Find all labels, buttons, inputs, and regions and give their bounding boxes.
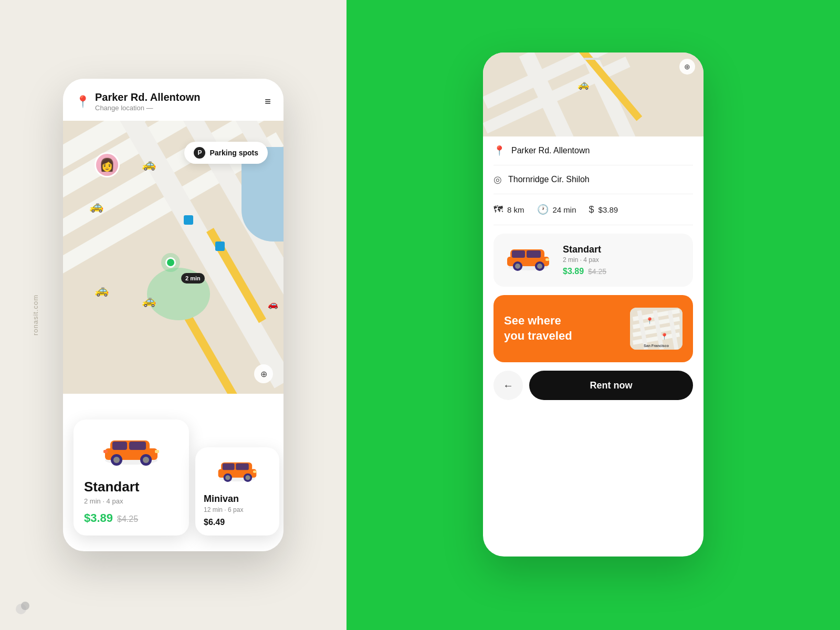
- from-location-text: Parker Rd. Allentown: [511, 146, 590, 155]
- travel-banner-text-block: See where you traveled: [504, 313, 572, 343]
- map-car-4: 🚕: [142, 294, 156, 308]
- right-panel: 🚕 ⊕ 📍 Parker Rd. Allentown ◎ Thornridge …: [346, 0, 840, 630]
- phone-left-header: 📍 Parker Rd. Allentown Change location —…: [63, 79, 284, 118]
- svg-point-10: [143, 457, 149, 463]
- price-value: $3.89: [598, 205, 618, 214]
- svg-point-31: [537, 264, 542, 269]
- watermark: ronasit.com: [32, 295, 39, 335]
- location-subtitle: Change location —: [95, 104, 200, 112]
- back-button[interactable]: ←: [494, 371, 523, 400]
- svg-rect-16: [223, 464, 235, 470]
- time-badge: 2 min: [181, 273, 205, 284]
- svg-rect-26: [512, 250, 525, 258]
- svg-point-29: [515, 264, 520, 269]
- travel-text-line2: you traveled: [504, 329, 572, 344]
- car-option-info: Standart 2 min · 4 pax $3.89 $4.25: [563, 244, 685, 276]
- time-stat: 🕐 24 min: [537, 204, 576, 215]
- location-pin-icon: 📍: [76, 95, 90, 109]
- location-title: Parker Rd. Allentown: [95, 91, 200, 103]
- car-option-card[interactable]: Standart 2 min · 4 pax $3.89 $4.25: [494, 234, 693, 287]
- map-icon: 🗺: [494, 204, 503, 215]
- car-option-meta: 2 min · 4 pax: [563, 256, 685, 264]
- phone-right-map: 🚕 ⊕: [483, 52, 704, 136]
- from-location-row: 📍 Parker Rd. Allentown: [494, 136, 693, 165]
- svg-rect-32: [545, 258, 549, 261]
- svg-point-19: [225, 475, 230, 480]
- parking-label: Parking spots: [209, 149, 258, 157]
- svg-rect-22: [253, 470, 256, 473]
- header-left: 📍 Parker Rd. Allentown Change location —: [76, 91, 200, 112]
- menu-icon[interactable]: ≡: [265, 96, 271, 108]
- map-marker-1: [184, 215, 193, 225]
- header-location-block: Parker Rd. Allentown Change location —: [95, 91, 200, 112]
- svg-rect-12: [103, 450, 108, 453]
- sf-marker-1: 📍: [646, 317, 654, 324]
- opt-price-original: $4.25: [588, 267, 606, 276]
- stats-row: 🗺 8 km 🕐 24 min $ $3.89: [494, 194, 693, 225]
- mini-map-car: 🚕: [578, 79, 589, 90]
- travel-text-line1: See where: [504, 313, 572, 329]
- rent-now-button[interactable]: Rent now: [529, 371, 693, 400]
- car-card-minivan[interactable]: Minivan 12 min · 6 pax $6.49: [195, 447, 279, 536]
- opt-price-current: $3.89: [563, 267, 584, 276]
- svg-point-21: [245, 475, 250, 480]
- sf-marker-2: 📍: [660, 333, 668, 340]
- car-option-image: [502, 242, 554, 278]
- price-original: $4.25: [117, 514, 138, 524]
- to-location-text: Thornridge Cir. Shiloh: [508, 175, 590, 184]
- car-option-price: $3.89 $4.25: [563, 267, 685, 276]
- map-marker-2: [215, 242, 225, 251]
- car-option-name: Standart: [563, 244, 685, 255]
- clock-icon: 🕐: [537, 204, 549, 215]
- svg-rect-17: [236, 464, 249, 470]
- price-stat: $ $3.89: [589, 204, 618, 215]
- phone-left: 📍 Parker Rd. Allentown Change location —…: [63, 79, 284, 551]
- svg-rect-11: [155, 450, 159, 453]
- map-area: 👩 🚕 🚕 🚕 🚕 🚗 2 min P Parking spots: [63, 121, 284, 394]
- phone-right: 🚕 ⊕ 📍 Parker Rd. Allentown ◎ Thornridge …: [483, 52, 704, 556]
- svg-point-8: [113, 457, 120, 463]
- user-avatar: 👩: [94, 152, 120, 177]
- cards-area: Standart 2 min · 4 pax $3.89 $4.25: [63, 373, 284, 551]
- bottom-actions: ← Rent now: [494, 371, 693, 405]
- map-car-3: 🚕: [94, 284, 109, 297]
- map-background: 👩 🚕 🚕 🚕 🚕 🚗 2 min P Parking spots: [63, 121, 284, 394]
- travel-banner-map: 📍 📍 San Francisco: [630, 308, 682, 350]
- distance-stat: 🗺 8 km: [494, 204, 524, 215]
- svg-rect-5: [112, 442, 127, 450]
- compass-icon[interactable]: ⊕: [254, 364, 273, 383]
- svg-rect-6: [129, 442, 146, 450]
- to-location-row: ◎ Thornridge Cir. Shiloh: [494, 165, 693, 194]
- car-meta-minivan: 12 min · 6 pax: [204, 506, 271, 513]
- time-value: 24 min: [553, 205, 576, 214]
- left-panel: ronasit.com 📍 Parker Rd. Allentown Chang…: [0, 0, 346, 630]
- price-current: $3.89: [84, 511, 113, 525]
- mini-map-bg: 🚕 ⊕: [483, 52, 704, 136]
- svg-point-1: [21, 602, 29, 610]
- phone-right-content: 📍 Parker Rd. Allentown ◎ Thornridge Cir.…: [483, 136, 704, 416]
- car-name-standart: Standart: [84, 479, 178, 495]
- car-card-standart[interactable]: Standart 2 min · 4 pax $3.89 $4.25: [74, 419, 189, 536]
- map-car-2: 🚕: [89, 200, 103, 213]
- car-image-minivan: [204, 456, 271, 488]
- brand-logo: [15, 598, 32, 615]
- scroll-indicator: [584, 58, 603, 60]
- from-location-icon: 📍: [494, 145, 505, 156]
- car-image-standart: [84, 430, 178, 472]
- travel-banner[interactable]: See where you traveled 📍: [494, 295, 693, 362]
- to-location-icon: ◎: [494, 174, 502, 185]
- parking-badge[interactable]: P Parking spots: [184, 142, 268, 164]
- sf-label: San Francisco: [644, 344, 669, 348]
- car-name-minivan: Minivan: [204, 494, 271, 505]
- svg-rect-27: [527, 250, 541, 258]
- car-price-standart: $3.89 $4.25: [84, 511, 178, 525]
- mini-compass: ⊕: [679, 59, 695, 75]
- current-location-dot: [165, 257, 176, 268]
- distance-value: 8 km: [507, 205, 524, 214]
- map-car-1: 🚕: [142, 158, 156, 171]
- map-car-5: 🚗: [268, 299, 278, 309]
- dollar-icon: $: [589, 204, 594, 215]
- car-price-minivan: $6.49: [204, 518, 271, 527]
- parking-p-icon: P: [194, 147, 205, 159]
- car-meta-standart: 2 min · 4 pax: [84, 497, 178, 505]
